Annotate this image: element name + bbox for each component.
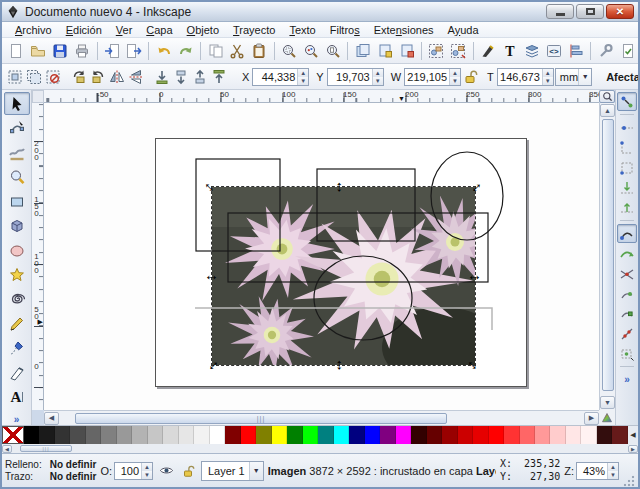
- color-swatch[interactable]: [566, 426, 581, 444]
- palette-menu-arrow[interactable]: ◀: [628, 426, 638, 444]
- menu-texto[interactable]: Texto: [282, 23, 322, 37]
- window-resize-grip[interactable]: [623, 475, 635, 487]
- snap-bbox-edge-button[interactable]: [617, 138, 637, 157]
- x-spinbox[interactable]: 44,338▲▼: [252, 68, 309, 86]
- vertical-scroll-thumb[interactable]: [602, 119, 614, 391]
- handle-bottom-mid[interactable]: ↕: [336, 356, 344, 371]
- color-swatch[interactable]: [210, 426, 225, 444]
- drawn-ellipse[interactable]: [431, 152, 503, 240]
- rect-tool-button[interactable]: [4, 190, 30, 213]
- scroll-up-arrow[interactable]: ▲: [600, 104, 615, 117]
- unit-dropdown[interactable]: mm▼: [555, 68, 592, 86]
- color-swatch[interactable]: [581, 426, 596, 444]
- color-swatch[interactable]: [303, 426, 318, 444]
- palette-scrollbar[interactable]: ◀ ||| ▶: [2, 444, 638, 453]
- color-swatch[interactable]: [39, 426, 54, 444]
- color-managed-display-button[interactable]: [599, 410, 615, 425]
- color-swatch[interactable]: [194, 426, 209, 444]
- menu-capa[interactable]: Capa: [139, 23, 179, 37]
- horizontal-scroll-thumb[interactable]: |||: [75, 413, 447, 424]
- drawn-rectangle[interactable]: [317, 169, 415, 241]
- color-swatch[interactable]: [504, 426, 519, 444]
- ungroup-button[interactable]: [448, 40, 469, 62]
- title-bar[interactable]: Documento nuevo 4 - Inkscape ✕: [2, 2, 638, 22]
- snap-midpoint-button[interactable]: [617, 324, 637, 343]
- color-swatch[interactable]: [117, 426, 132, 444]
- tweak-tool-button[interactable]: [4, 141, 30, 164]
- palette-scroll-thumb[interactable]: |||: [20, 445, 72, 452]
- color-swatch[interactable]: [550, 426, 565, 444]
- vertical-scrollbar[interactable]: ▲ ▼: [599, 103, 615, 410]
- snap-intersection-button[interactable]: [617, 264, 637, 283]
- zoom-spinbox[interactable]: 43% ▲▼: [576, 462, 619, 480]
- select-tool-button[interactable]: [4, 92, 30, 115]
- paste-button[interactable]: [249, 40, 270, 62]
- text-tool-button[interactable]: A: [4, 386, 30, 409]
- color-swatch[interactable]: [179, 426, 194, 444]
- color-swatch[interactable]: [427, 426, 442, 444]
- scroll-left-arrow[interactable]: ◀: [44, 412, 59, 425]
- palette-scroll-left-arrow[interactable]: ◀: [2, 445, 12, 453]
- horizontal-ruler[interactable]: -50050100150200250300350▼: [44, 90, 599, 103]
- raise-button[interactable]: [191, 66, 209, 88]
- color-swatch[interactable]: [349, 426, 364, 444]
- node-tool-button[interactable]: [4, 116, 30, 139]
- color-swatch[interactable]: [334, 426, 349, 444]
- duplicate-button[interactable]: [352, 40, 373, 62]
- pen-tool-button[interactable]: [4, 337, 30, 360]
- y-spinbox[interactable]: 19,703▲▼: [327, 68, 384, 86]
- color-swatch[interactable]: [24, 426, 39, 444]
- handle-right-mid[interactable]: ↔: [467, 267, 482, 282]
- color-swatch[interactable]: [272, 426, 287, 444]
- scroll-right-arrow[interactable]: ▶: [584, 412, 599, 425]
- handle-left-mid[interactable]: ↔: [204, 267, 219, 282]
- lower-bottom-button[interactable]: [153, 66, 171, 88]
- layer-selector[interactable]: Layer 1 ▼: [201, 461, 264, 481]
- undo-button[interactable]: [153, 40, 174, 62]
- maximize-button[interactable]: [576, 4, 604, 19]
- snap-bbox-corner-button[interactable]: [617, 158, 637, 177]
- color-swatch[interactable]: [442, 426, 457, 444]
- opacity-spinbox[interactable]: 100 ▲▼: [114, 462, 153, 480]
- fill-stroke-indicator[interactable]: Relleno: No definir Trazo: No definir: [5, 459, 96, 482]
- folder-open-button[interactable]: [28, 40, 49, 62]
- align-dialog-button[interactable]: [565, 40, 586, 62]
- menu-ayuda[interactable]: Ayuda: [441, 23, 486, 37]
- vertical-ruler[interactable]: 200150100500▶: [32, 103, 44, 410]
- drawn-rectangle[interactable]: [228, 213, 488, 282]
- drawn-ellipse[interactable]: [314, 256, 412, 340]
- snap-node-smooth-button[interactable]: [617, 304, 637, 323]
- calligraphy-tool-button[interactable]: [4, 361, 30, 384]
- swatch-none[interactable]: [2, 426, 24, 444]
- snap-node-cusp-button[interactable]: [617, 284, 637, 303]
- spiral-tool-button[interactable]: [4, 288, 30, 311]
- w-spinbox[interactable]: 219,105▲▼: [404, 68, 461, 86]
- menu-archivo[interactable]: Archivo: [8, 23, 59, 37]
- import-button[interactable]: [102, 40, 123, 62]
- doc-props-button[interactable]: [617, 40, 638, 62]
- snap-others-button[interactable]: [617, 344, 637, 363]
- layer-lock-button[interactable]: [179, 462, 197, 480]
- snap-nodes-button[interactable]: [617, 224, 637, 243]
- color-swatch[interactable]: [597, 426, 612, 444]
- palette-scroll-right-arrow[interactable]: ▶: [628, 445, 638, 453]
- sticky-zoom-button[interactable]: [599, 90, 615, 103]
- color-swatch[interactable]: [132, 426, 147, 444]
- rotate-ccw-button[interactable]: [70, 66, 88, 88]
- chevron-down-icon[interactable]: ▼: [249, 462, 263, 480]
- color-swatch[interactable]: [520, 426, 535, 444]
- snapbar-overflow-button[interactable]: »: [624, 374, 630, 385]
- t-spinbox[interactable]: 146,673▲▼: [497, 68, 554, 86]
- color-swatch[interactable]: [458, 426, 473, 444]
- clone-button[interactable]: [374, 40, 395, 62]
- color-swatch[interactable]: [101, 426, 116, 444]
- drawn-rectangle[interactable]: [196, 159, 280, 251]
- color-swatch[interactable]: [241, 426, 256, 444]
- color-swatch[interactable]: [86, 426, 101, 444]
- zoom-drawing-button[interactable]: [301, 40, 322, 62]
- deselect-button[interactable]: [44, 66, 62, 88]
- drawn-shapes-overlay[interactable]: [44, 103, 599, 410]
- lock-open-button[interactable]: [462, 66, 480, 88]
- layer-visibility-button[interactable]: [157, 462, 175, 480]
- color-swatch[interactable]: [55, 426, 70, 444]
